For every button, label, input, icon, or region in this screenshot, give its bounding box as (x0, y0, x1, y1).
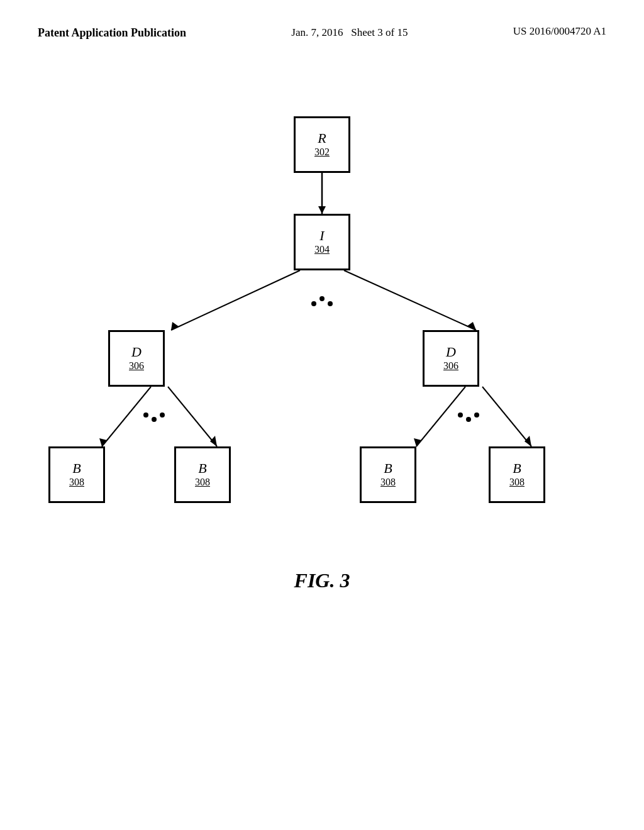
svg-line-2 (171, 270, 300, 330)
node-D1: D 306 (108, 330, 165, 387)
svg-marker-5 (467, 322, 476, 330)
svg-line-9 (102, 387, 151, 446)
node-B4-num: 308 (509, 477, 525, 488)
svg-point-7 (328, 301, 333, 306)
date: Jan. 7, 2016 (291, 26, 343, 38)
patent-number: US 2016/0004720 A1 (513, 25, 606, 38)
node-B1: B 308 (48, 446, 105, 503)
node-D2: D 306 (423, 330, 479, 387)
node-D1-label: D (131, 345, 142, 359)
svg-point-20 (458, 412, 463, 418)
node-B2-label: B (198, 462, 206, 475)
node-B2-num: 308 (195, 477, 210, 488)
node-B2: B 308 (174, 446, 231, 503)
sheet: Sheet 3 of 15 (351, 26, 408, 38)
svg-line-11 (168, 387, 217, 446)
node-R: R 302 (294, 116, 350, 173)
node-I-label: I (319, 229, 324, 243)
svg-point-21 (466, 417, 471, 422)
svg-point-15 (160, 412, 165, 418)
svg-marker-3 (171, 322, 179, 330)
svg-line-16 (416, 387, 465, 446)
node-D1-num: 306 (129, 360, 144, 372)
node-I-num: 304 (314, 244, 330, 255)
svg-marker-17 (414, 438, 421, 446)
publication-title: Patent Application Publication (38, 25, 186, 41)
node-B3-label: B (384, 462, 392, 475)
node-R-label: R (318, 131, 326, 145)
svg-marker-19 (525, 436, 531, 446)
node-D2-num: 306 (443, 360, 458, 372)
svg-point-8 (311, 301, 316, 306)
node-B3-num: 308 (380, 477, 396, 488)
svg-marker-1 (318, 206, 326, 214)
sheet-info: Jan. 7, 2016 Sheet 3 of 15 (291, 25, 408, 39)
svg-marker-12 (210, 436, 217, 446)
svg-point-14 (152, 417, 157, 422)
node-B4-label: B (513, 462, 521, 475)
node-B4: B 308 (489, 446, 545, 503)
svg-line-4 (344, 270, 476, 330)
figure-label: FIG. 3 (294, 569, 350, 592)
svg-point-6 (319, 296, 325, 301)
node-R-num: 302 (314, 147, 330, 158)
diagram-container: R 302 I 304 D 306 D 306 (39, 104, 605, 531)
svg-line-18 (482, 387, 531, 446)
diagram-area: R 302 I 304 D 306 D 306 (0, 104, 644, 592)
node-B1-label: B (72, 462, 80, 475)
svg-point-13 (143, 412, 148, 418)
node-D2-label: D (446, 345, 456, 359)
node-B1-num: 308 (69, 477, 84, 488)
node-I: I 304 (294, 214, 350, 270)
page-header: Patent Application Publication Jan. 7, 2… (0, 0, 644, 53)
svg-point-22 (474, 412, 479, 418)
svg-marker-10 (99, 438, 107, 446)
node-B3: B 308 (360, 446, 416, 503)
